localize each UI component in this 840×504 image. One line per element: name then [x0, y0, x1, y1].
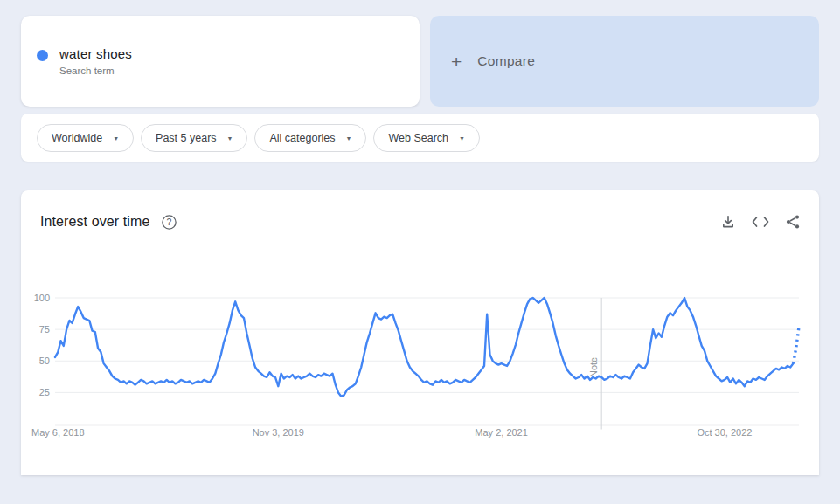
compare-label: Compare	[477, 53, 535, 69]
search-term-card[interactable]: water shoes Search term	[21, 16, 420, 107]
plus-icon: +	[451, 52, 462, 71]
series-color-dot	[37, 50, 48, 61]
chart-header: Interest over time ?	[40, 213, 802, 231]
note-label: Note	[588, 357, 599, 377]
x-axis-label: Nov 3, 2019	[253, 427, 304, 438]
y-axis-label: 100	[34, 293, 50, 303]
help-icon[interactable]: ?	[161, 214, 177, 231]
filter-searchtype-dropdown[interactable]: Web Search ▼	[373, 124, 480, 152]
x-axis-label: May 6, 2018	[31, 427, 85, 438]
search-term-block: water shoes Search term	[59, 46, 132, 76]
chart-title: Interest over time	[40, 214, 149, 230]
filter-category-dropdown[interactable]: All categories ▼	[254, 124, 366, 152]
filter-category-label: All categories	[269, 132, 335, 144]
search-term-subtitle: Search term	[59, 66, 132, 76]
chart-actions	[719, 213, 802, 231]
query-header-row: water shoes Search term + Compare	[0, 0, 840, 107]
filter-timerange-label: Past 5 years	[156, 132, 216, 144]
chevron-down-icon: ▼	[459, 135, 465, 142]
interest-over-time-card: Interest over time ?	[21, 190, 819, 475]
x-axis-label: May 2, 2021	[475, 427, 528, 438]
filter-region-dropdown[interactable]: Worldwide ▼	[37, 124, 134, 152]
trend-line-dotted	[794, 327, 800, 363]
y-axis-label: 75	[39, 324, 50, 335]
filter-region-label: Worldwide	[52, 132, 102, 144]
filter-searchtype-label: Web Search	[388, 132, 448, 144]
embed-icon[interactable]	[750, 215, 771, 229]
chevron-down-icon: ▼	[346, 135, 352, 142]
x-axis-label: Oct 30, 2022	[697, 427, 752, 438]
filters-bar: Worldwide ▼ Past 5 years ▼ All categorie…	[21, 114, 819, 162]
download-icon[interactable]	[719, 213, 737, 231]
y-axis-label: 25	[39, 387, 50, 397]
interest-over-time-chart[interactable]: 255075100NoteMay 6, 2018Nov 3, 2019May 2…	[21, 190, 819, 470]
chevron-down-icon: ▼	[113, 135, 119, 142]
chevron-down-icon: ▼	[227, 135, 233, 142]
share-icon[interactable]	[784, 213, 802, 231]
svg-text:?: ?	[167, 217, 172, 227]
filter-timerange-dropdown[interactable]: Past 5 years ▼	[141, 124, 247, 152]
compare-button[interactable]: + Compare	[430, 16, 819, 107]
trend-line-solid[interactable]	[55, 298, 794, 397]
y-axis-label: 50	[39, 356, 50, 366]
search-term-text: water shoes	[59, 46, 132, 61]
